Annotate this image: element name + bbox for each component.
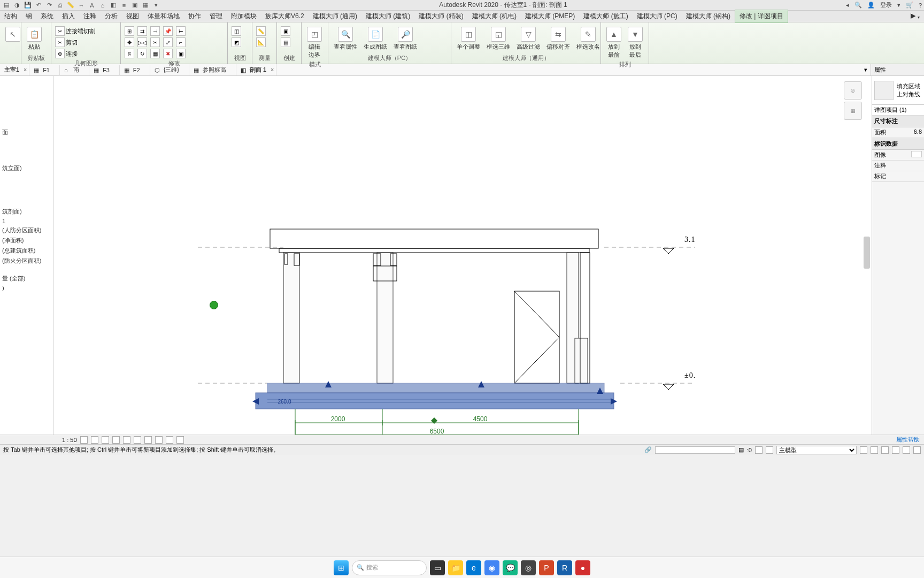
tree-item[interactable]: 面 xyxy=(0,127,53,138)
menu-view[interactable]: 视图 xyxy=(122,10,143,22)
tab-south[interactable]: ⌂南 xyxy=(60,64,89,75)
reveal-hidden-icon[interactable] xyxy=(166,436,173,444)
view-scale[interactable]: 1 : 50 xyxy=(62,437,77,443)
menu-jmds-interior[interactable]: 建模大师 (精装) xyxy=(414,10,467,22)
create-btn1[interactable]: ▣ xyxy=(281,26,290,36)
align-icon[interactable]: ⊞ xyxy=(125,26,134,36)
menu-addins[interactable]: 附加模块 xyxy=(227,10,261,22)
toback-button[interactable]: ▼放到 最后 xyxy=(626,26,645,60)
link-status-icon[interactable]: 🔗 xyxy=(644,446,652,453)
tree-item[interactable]: (人防分区面积) xyxy=(0,225,53,235)
menu-jmds-mep[interactable]: 建模大师 (机电) xyxy=(468,10,521,22)
modify-tool-button[interactable]: ↖ xyxy=(3,26,22,43)
corner-icon[interactable]: ⌐ xyxy=(176,37,186,47)
offsetalign-button[interactable]: ⇆偏移对齐 xyxy=(544,26,572,52)
join-icon[interactable]: ⊕ xyxy=(55,49,65,58)
3d-icon[interactable]: ⌂ xyxy=(98,1,107,10)
measure-icon[interactable]: 📏 xyxy=(66,1,75,10)
framerename-button[interactable]: ✎框选改名 xyxy=(574,26,602,52)
editable-only-icon[interactable] xyxy=(871,446,878,454)
menu-jmds-pmep[interactable]: 建模大师 (PMEP) xyxy=(521,10,579,22)
workset-select[interactable]: 主模型 xyxy=(776,446,857,454)
steering-wheel-icon[interactable]: ▦ xyxy=(844,102,862,120)
advfilter-button[interactable]: ▽高级过滤 xyxy=(514,26,542,52)
copy-icon[interactable]: ⎘ xyxy=(125,49,134,58)
search-icon[interactable]: 🔍 xyxy=(854,2,862,9)
worksharing-icon[interactable] xyxy=(176,436,184,444)
menu-systems[interactable]: 系统 xyxy=(36,10,58,22)
temp-hide-icon[interactable] xyxy=(155,436,163,444)
create-btn2[interactable]: ▤ xyxy=(281,37,290,47)
tab-main[interactable]: 主室1× xyxy=(0,64,29,75)
measure-btn2[interactable]: 📐 xyxy=(256,37,266,47)
menu-modify-detail[interactable]: 修改 | 详图项目 xyxy=(735,10,788,23)
login-button[interactable]: 登录 xyxy=(880,1,892,9)
tree-item[interactable]: ) xyxy=(0,284,53,292)
tree-item[interactable]: 筑剖面) xyxy=(0,207,53,217)
chrome-icon[interactable]: ◉ xyxy=(484,560,499,575)
undo-icon[interactable]: ↶ xyxy=(34,1,43,10)
taskbar-search[interactable]: 🔍搜索 xyxy=(352,560,427,575)
split-icon[interactable]: ✂ xyxy=(150,37,160,47)
select-face-icon[interactable] xyxy=(892,446,899,454)
type-selector[interactable]: 详图项目 (1) xyxy=(872,105,924,116)
array-icon[interactable]: ▦ xyxy=(150,49,160,58)
edge-icon[interactable]: e xyxy=(466,560,481,575)
lookprops-button[interactable]: 🔍查看属性 xyxy=(332,26,359,52)
user-icon[interactable]: 👤 xyxy=(867,2,875,9)
menu-analyze[interactable]: 分析 xyxy=(101,10,122,22)
looksheet-button[interactable]: 🔎查看图纸 xyxy=(391,26,419,52)
menu-steel[interactable]: 钢 xyxy=(21,10,36,22)
tab-3d[interactable]: ⬡{三维} xyxy=(150,64,189,75)
select-underlay-icon[interactable] xyxy=(766,446,773,454)
dimension-icon[interactable]: ↔ xyxy=(77,1,86,10)
tab-f2[interactable]: ▦F2 xyxy=(120,65,150,75)
open-icon[interactable]: ◑ xyxy=(13,1,21,10)
menu-collab[interactable]: 协作 xyxy=(184,10,205,22)
offset-icon[interactable]: ⇉ xyxy=(137,26,147,36)
vertical-scrollbar[interactable] xyxy=(864,237,870,269)
tofront-button[interactable]: ▲放到 最前 xyxy=(604,26,623,60)
tab-section1[interactable]: ◧剖面 1× xyxy=(236,64,276,75)
drag-elements-icon[interactable] xyxy=(903,446,910,454)
mirror-icon[interactable]: ▷◁ xyxy=(137,37,147,47)
delete-icon[interactable]: ✖ xyxy=(163,49,173,58)
background-icon[interactable] xyxy=(913,446,921,454)
tree-item[interactable]: 筑立面) xyxy=(0,163,53,173)
close-icon[interactable]: × xyxy=(24,67,27,73)
app-icon[interactable]: ◎ xyxy=(521,560,536,575)
paste-button[interactable]: 📋粘贴 xyxy=(25,26,44,52)
cut-icon[interactable]: ✂ xyxy=(55,37,65,47)
temp-dimension[interactable]: 260.0 xyxy=(278,399,291,405)
explorer-icon[interactable]: 📁 xyxy=(448,560,463,575)
selected-filled-region[interactable]: 260.0 xyxy=(252,381,617,409)
cart-icon[interactable]: 🛒 xyxy=(906,2,913,9)
tree-item[interactable]: (净面积) xyxy=(0,235,53,246)
tree-item[interactable]: 1 xyxy=(0,217,53,225)
extend-icon[interactable]: ⊢ xyxy=(176,26,186,36)
group-icon[interactable]: ▣ xyxy=(176,49,186,58)
task-view-icon[interactable]: ▭ xyxy=(430,560,445,575)
wechat-icon[interactable]: 💬 xyxy=(503,560,518,575)
tree-item[interactable]: 量 (全部) xyxy=(0,273,53,284)
menu-annotate[interactable]: 注释 xyxy=(79,10,101,22)
viewcube-icon[interactable]: ◎ xyxy=(844,81,862,100)
save-icon[interactable]: 💾 xyxy=(24,1,32,10)
tab-f3[interactable]: ▦F3 xyxy=(89,65,120,75)
measure-btn1[interactable]: 📏 xyxy=(256,26,266,36)
print-icon[interactable]: ⎙ xyxy=(56,1,64,10)
singleadj-button[interactable]: ◫单个调整 xyxy=(455,26,482,52)
menu-jmds-steel[interactable]: 建模大师 (钢构) xyxy=(682,10,735,22)
prop-image-value[interactable] xyxy=(911,151,922,157)
rotate-icon[interactable]: ↻ xyxy=(137,49,147,58)
crop-view-icon[interactable] xyxy=(123,436,130,444)
chevron-down-icon[interactable]: ▾ xyxy=(897,2,900,9)
trim-icon[interactable]: ⊣ xyxy=(150,26,160,36)
gensheet-button[interactable]: 📄生成图纸 xyxy=(361,26,389,52)
crop-region-icon[interactable] xyxy=(134,436,141,444)
visual-style-icon[interactable] xyxy=(91,436,98,444)
navigation-bar[interactable]: ◎ ▦ xyxy=(844,81,862,130)
section-icon[interactable]: ◧ xyxy=(109,1,118,10)
lock-3d-icon[interactable] xyxy=(144,436,152,444)
menu-jmds-arch[interactable]: 建模大师 (建筑) xyxy=(361,10,414,22)
